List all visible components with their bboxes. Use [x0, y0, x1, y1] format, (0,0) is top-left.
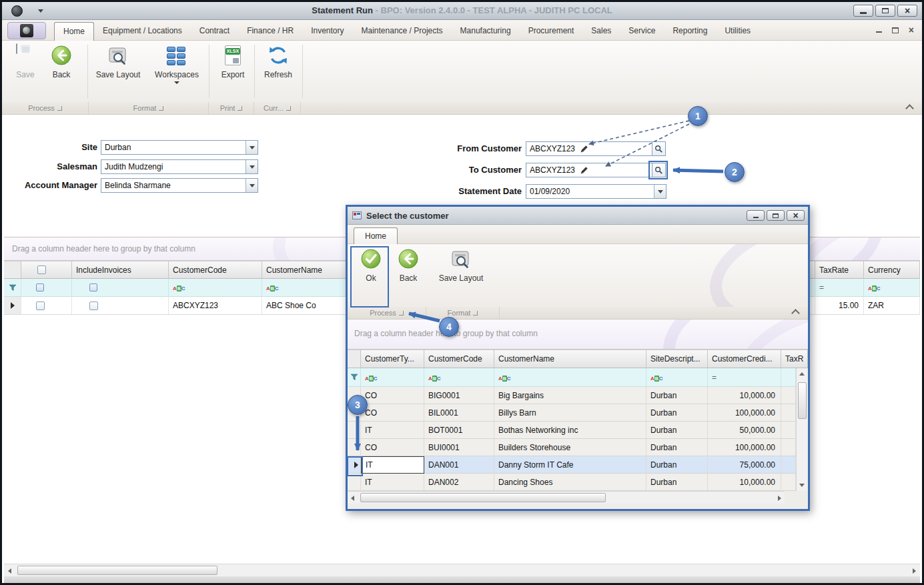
row-select-cell[interactable] [21, 297, 72, 315]
cell-customer-name[interactable]: Danny Storm IT Cafe [494, 456, 646, 474]
tab-home[interactable]: Home [54, 22, 94, 41]
account-manager-dropdown[interactable]: Belinda Sharmane [101, 178, 258, 193]
header-tax-rate[interactable]: TaxRate [815, 261, 864, 279]
site-dropdown[interactable]: Durban [101, 140, 258, 155]
filter-tax-rate[interactable]: = [815, 279, 864, 297]
filter-customer-code[interactable] [424, 368, 494, 387]
filter-site-description[interactable] [646, 368, 708, 387]
cell-customer-type[interactable]: IT [361, 474, 424, 491]
salesman-dropdown[interactable]: Judith Mudzengi [101, 159, 258, 174]
cell-customer-code[interactable]: DAN001 [424, 456, 494, 474]
scroll-up-icon[interactable] [799, 372, 805, 376]
row-customer-code-cell[interactable]: ABCXYZ123 [169, 297, 262, 315]
dialog-back-button[interactable]: Back [392, 247, 425, 283]
customer-row[interactable]: CO BUI0001 Builders Storehouse Durban 10… [348, 439, 796, 456]
cell-customer-credit[interactable]: 75,000.00 [708, 456, 781, 474]
tab-inventory[interactable]: Inventory [302, 22, 352, 41]
dialog-group-panel[interactable]: Drag a column header here to group by th… [348, 320, 808, 350]
customer-row-selected[interactable]: IT DAN001 Danny Storm IT Cafe Durban 75,… [348, 456, 796, 474]
workspaces-button[interactable]: Workspaces [150, 44, 203, 84]
dialog-minimize-button[interactable] [747, 210, 765, 221]
dropdown-caret-icon[interactable] [246, 160, 258, 173]
cell-customer-type[interactable]: IT [361, 456, 424, 474]
dialog-horizontal-scrollbar[interactable] [348, 491, 785, 504]
customer-row[interactable]: CO BIG0001 Big Bargains Durban 10,000.00 [348, 387, 796, 404]
filter-customer-type[interactable] [361, 368, 424, 387]
cell-customer-type[interactable]: IT [361, 422, 424, 439]
cell-customer-type[interactable]: CO [361, 439, 424, 456]
group-launcher-icon[interactable] [473, 311, 478, 316]
header-tax[interactable]: TaxR [781, 350, 808, 368]
header-customer-code[interactable]: CustomerCode [169, 261, 262, 279]
cell-customer-name[interactable]: Big Bargains [494, 387, 646, 404]
dialog-vertical-scrollbar[interactable] [796, 368, 808, 491]
dialog-close-button[interactable] [787, 210, 805, 221]
dialog-maximize-button[interactable] [767, 210, 785, 221]
select-all-checkbox[interactable] [37, 265, 46, 274]
cell-customer-credit[interactable]: 100,000.00 [708, 439, 781, 456]
refresh-button[interactable]: Refresh [260, 44, 297, 79]
customer-row[interactable]: IT DAN002 Dancing Shoes Durban 10,000.00 [348, 474, 796, 491]
ok-button[interactable]: Ok [354, 247, 388, 283]
save-button[interactable]: Save [9, 44, 42, 79]
cell-site-description[interactable]: Durban [646, 404, 708, 422]
dropdown-caret-icon[interactable] [654, 185, 666, 198]
cell-customer-credit[interactable]: 100,000.00 [708, 404, 781, 422]
cell-customer-code[interactable]: BIL0001 [424, 404, 494, 422]
cell-customer-name[interactable]: Dancing Shoes [494, 474, 646, 491]
main-horizontal-scrollbar[interactable] [4, 564, 920, 576]
group-launcher-icon[interactable] [57, 106, 62, 111]
to-customer-search-button[interactable] [652, 163, 666, 177]
cell-customer-code[interactable]: BUI0001 [424, 439, 494, 456]
minimize-button[interactable] [853, 5, 873, 17]
cell-customer-credit[interactable]: 10,000.00 [708, 387, 781, 404]
scrollbar-thumb[interactable] [360, 493, 606, 502]
header-customer-code[interactable]: CustomerCode [424, 350, 494, 368]
tab-service[interactable]: Service [620, 22, 664, 41]
group-launcher-icon[interactable] [159, 106, 163, 111]
include-invoices-checkbox[interactable] [89, 302, 98, 310]
cell-customer-credit[interactable]: 10,000.00 [708, 474, 781, 491]
header-currency[interactable]: Currency [864, 261, 920, 279]
to-customer-field[interactable]: ABCXYZ123 [526, 163, 652, 177]
dialog-collapse-chevron-icon[interactable] [791, 309, 800, 318]
scrollbar-thumb[interactable] [798, 382, 807, 419]
tab-finance-hr[interactable]: Finance / HR [238, 22, 302, 41]
from-customer-search-button[interactable] [652, 141, 666, 156]
header-site-description[interactable]: SiteDescript... [646, 350, 708, 368]
ribbon-close-icon[interactable] [909, 25, 914, 35]
row-checkbox[interactable] [36, 302, 45, 310]
tab-procurement[interactable]: Procurement [520, 22, 583, 41]
row-currency-cell[interactable]: ZAR [864, 297, 920, 315]
ribbon-minimize-icon[interactable] [876, 31, 882, 33]
filter-customer-code[interactable] [169, 279, 262, 297]
scroll-right-icon[interactable] [778, 496, 781, 501]
dialog-save-layout-button[interactable]: Save Layout [433, 247, 489, 283]
filter-select-cell[interactable] [21, 279, 72, 297]
tab-contract[interactable]: Contract [191, 22, 238, 41]
customer-row[interactable]: IT BOT0001 Bothas Networking inc Durban … [348, 422, 796, 439]
filter-currency[interactable] [864, 279, 920, 297]
filter-tax[interactable] [781, 368, 796, 387]
tab-manufacturing[interactable]: Manufacturing [452, 22, 520, 41]
dropdown-caret-icon[interactable] [246, 179, 258, 192]
export-button[interactable]: XLSX Export [214, 44, 252, 79]
cell-customer-name[interactable]: Bothas Networking inc [494, 422, 646, 439]
application-menu-button[interactable] [7, 22, 46, 39]
group-launcher-icon[interactable] [238, 106, 242, 111]
cell-customer-code[interactable]: DAN002 [424, 474, 494, 491]
cell-site-description[interactable]: Durban [646, 439, 708, 456]
back-button[interactable]: Back [43, 44, 79, 79]
cell-site-description[interactable]: Durban [646, 422, 708, 439]
header-select-all[interactable] [21, 261, 72, 279]
cell-customer-code[interactable]: BIG0001 [424, 387, 494, 404]
group-launcher-icon[interactable] [286, 106, 291, 111]
group-launcher-icon[interactable] [399, 311, 404, 316]
cell-customer-name[interactable]: Builders Storehouse [494, 439, 646, 456]
scroll-right-icon[interactable] [913, 568, 916, 574]
customer-row[interactable]: CO BIL0001 Billys Barn Durban 100,000.00 [348, 404, 796, 422]
dialog-tab-home[interactable]: Home [354, 227, 398, 244]
scroll-left-icon[interactable] [351, 496, 354, 501]
close-button[interactable] [897, 5, 917, 17]
tab-sales[interactable]: Sales [582, 22, 620, 41]
